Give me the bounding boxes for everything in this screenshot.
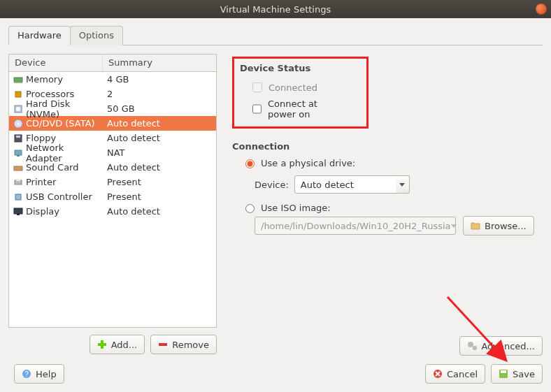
device-name: Network Adapter: [26, 143, 100, 164]
iso-radio-row[interactable]: Use ISO image:: [232, 201, 543, 216]
device-summary: Auto detect: [107, 133, 160, 143]
connected-checkbox-row: Connected: [240, 78, 324, 96]
device-table-body: Memory4 GBProcessors2Hard Disk (NVMe)50 …: [9, 72, 216, 327]
device-table: Device Summary Memory4 GBProcessors2Hard…: [8, 54, 217, 328]
save-icon: [499, 369, 508, 379]
svg-rect-19: [159, 343, 167, 346]
svg-rect-14: [15, 194, 21, 200]
left-pane: Device Summary Memory4 GBProcessors2Hard…: [8, 54, 217, 354]
disk-icon: [13, 104, 23, 114]
table-row[interactable]: PrinterPresent: [9, 175, 216, 189]
browse-button-label: Browse...: [485, 221, 527, 231]
window-title: Virtual Machine Settings: [220, 4, 331, 15]
iso-label: Use ISO image:: [261, 203, 331, 213]
help-icon: ?: [22, 369, 31, 379]
device-name: Sound Card: [26, 162, 78, 173]
table-row[interactable]: Network AdapterNAT: [9, 145, 216, 160]
device-summary: 50 GB: [107, 103, 135, 114]
add-button-label: Add...: [111, 340, 138, 350]
header-summary[interactable]: Summary: [103, 55, 216, 71]
svg-point-4: [16, 107, 20, 111]
device-combo[interactable]: Auto detect: [294, 175, 410, 194]
svg-rect-1: [14, 82, 22, 83]
plus-icon: [97, 340, 107, 349]
header-device[interactable]: Device: [9, 55, 103, 71]
device-status-highlight: Device Status Connected Connect at power…: [232, 57, 368, 129]
tab-page-hardware: Device Summary Memory4 GBProcessors2Hard…: [8, 45, 543, 354]
table-row[interactable]: USB ControllerPresent: [9, 189, 216, 204]
close-icon[interactable]: [536, 3, 547, 15]
device-summary: Present: [107, 191, 141, 202]
svg-point-6: [17, 122, 20, 124]
folder-icon: [471, 221, 480, 231]
svg-rect-26: [501, 370, 506, 373]
device-summary: 2: [107, 89, 113, 99]
chevron-down-icon: [396, 175, 410, 194]
connection-title: Connection: [232, 141, 543, 152]
browse-button[interactable]: Browse...: [463, 216, 534, 235]
net-icon: [13, 148, 23, 158]
connected-label: Connected: [269, 82, 317, 93]
chevron-down-icon: [451, 224, 457, 228]
svg-rect-16: [17, 214, 20, 215]
device-combo-value: Auto detect: [301, 180, 354, 190]
device-name: Memory: [26, 74, 63, 85]
save-button-label: Save: [513, 369, 535, 379]
device-name: CD/DVD (SATA): [26, 118, 95, 129]
dialog-button-bar: ? Help Cancel Save: [8, 364, 543, 384]
table-row[interactable]: DisplayAuto detect: [9, 204, 216, 219]
svg-rect-0: [14, 78, 22, 82]
connect-power-checkbox-row[interactable]: Connect at power on: [240, 96, 324, 121]
advanced-button[interactable]: Advanced...: [459, 336, 543, 356]
iso-path-entry: /home/lin/Downloads/Win10_20H2_Russia: [255, 217, 456, 235]
connect-power-checkbox[interactable]: [252, 104, 262, 114]
device-summary: Auto detect: [107, 206, 160, 217]
table-row[interactable]: CD/DVD (SATA)Auto detect: [9, 116, 216, 131]
tab-hardware[interactable]: Hardware: [8, 26, 71, 45]
remove-button-label: Remove: [172, 340, 209, 350]
floppy-icon: [13, 133, 23, 143]
title-bar: Virtual Machine Settings: [0, 0, 551, 18]
device-status-title: Device Status: [240, 63, 324, 73]
device-name: USB Controller: [26, 191, 92, 202]
svg-rect-11: [14, 166, 22, 170]
cancel-button[interactable]: Cancel: [425, 364, 485, 384]
svg-rect-2: [15, 92, 21, 97]
device-name: Hard Disk (NVMe): [26, 99, 100, 119]
physical-device-row: Device: Auto detect: [232, 171, 543, 201]
display-icon: [13, 207, 23, 217]
physical-drive-radio[interactable]: [245, 159, 255, 168]
usb-icon: [13, 192, 23, 202]
table-row[interactable]: Memory4 GB: [9, 72, 216, 87]
device-summary: Auto detect: [107, 118, 160, 129]
device-summary: Present: [107, 177, 141, 187]
left-button-row: Add... Remove: [8, 335, 217, 354]
help-button[interactable]: ? Help: [14, 364, 64, 384]
svg-point-21: [473, 346, 477, 350]
remove-button[interactable]: Remove: [150, 335, 217, 354]
sound-icon: [13, 163, 23, 173]
svg-rect-18: [98, 343, 106, 346]
connect-power-label: Connect at power on: [268, 99, 324, 119]
svg-rect-9: [15, 150, 22, 155]
svg-rect-15: [14, 208, 22, 214]
device-name: Printer: [26, 177, 56, 187]
add-button[interactable]: Add...: [90, 335, 145, 354]
svg-text:?: ?: [24, 370, 29, 378]
device-summary: 4 GB: [107, 74, 129, 85]
memory-icon: [13, 75, 23, 85]
iso-radio[interactable]: [245, 204, 255, 213]
table-row[interactable]: Sound CardAuto detect: [9, 160, 216, 175]
cancel-icon: [433, 369, 443, 379]
physical-drive-label: Use a physical drive:: [261, 158, 355, 168]
svg-point-20: [468, 342, 473, 347]
printer-icon: [13, 177, 23, 187]
help-button-label: Help: [36, 369, 57, 379]
table-row[interactable]: Hard Disk (NVMe)50 GB: [9, 101, 216, 116]
gears-icon: [467, 341, 477, 351]
cd-icon: [13, 119, 23, 129]
tab-options[interactable]: Options: [70, 26, 123, 45]
device-label: Device:: [255, 180, 289, 190]
save-button[interactable]: Save: [491, 364, 543, 384]
physical-drive-radio-row[interactable]: Use a physical drive:: [232, 156, 543, 171]
